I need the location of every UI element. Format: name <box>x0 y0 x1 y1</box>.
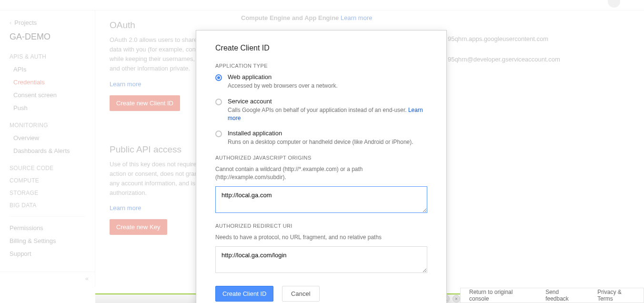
create-client-id-button[interactable]: Create new Client ID <box>110 95 180 111</box>
oauth-heading: OAuth <box>110 20 630 30</box>
section-big-data[interactable]: BIG DATA <box>0 199 95 212</box>
engine-learn-more-link[interactable]: Learn more <box>341 14 372 21</box>
footer: Return to original console Send feedback… <box>460 288 644 303</box>
radio-desc: Calls Google APIs on behalf of your appl… <box>228 106 427 122</box>
radio-icon[interactable] <box>215 131 222 137</box>
client-id-value: 95qhrn.apps.googleusercontent.com <box>448 35 548 42</box>
nav-apis[interactable]: APIs <box>0 63 95 76</box>
footer-privacy-link[interactable]: Privacy & Terms <box>589 289 644 302</box>
nav-consent-screen[interactable]: Consent screen <box>0 89 95 101</box>
avatar[interactable] <box>608 0 620 8</box>
sidebar-divider <box>10 216 85 217</box>
create-key-button[interactable]: Create new Key <box>110 219 167 235</box>
radio-service-account[interactable]: Service account Calls Google APIs on beh… <box>215 98 427 122</box>
sidebar: Projects GA-DEMO APIS & AUTH APIs Creden… <box>0 10 95 287</box>
section-storage[interactable]: STORAGE <box>0 187 95 199</box>
radio-title: Web application <box>228 73 338 81</box>
nav-overview[interactable]: Overview <box>0 131 95 144</box>
radio-desc: Runs on a desktop computer or handheld d… <box>228 138 413 146</box>
js-origins-helper: Cannot contain a wildcard (http://*.exam… <box>215 165 427 182</box>
radio-title: Service account <box>228 98 427 105</box>
radio-installed-application[interactable]: Installed application Runs on a desktop … <box>215 130 427 146</box>
cancel-button[interactable]: Cancel <box>282 286 319 302</box>
radio-desc: Accessed by web browsers over a network. <box>228 82 338 90</box>
radio-web-application[interactable]: Web application Accessed by web browsers… <box>215 73 427 90</box>
sidebar-collapse[interactable]: « <box>0 272 95 287</box>
create-client-id-submit-button[interactable]: Create Client ID <box>215 286 273 302</box>
create-client-id-modal: Create Client ID APPLICATION TYPE Web ap… <box>196 30 447 303</box>
js-origins-label: AUTHORIZED JAVASCRIPT ORIGINS <box>215 155 427 161</box>
section-apis-auth: APIS & AUTH <box>0 50 95 63</box>
nav-support[interactable]: Support <box>0 247 95 260</box>
section-source-code[interactable]: SOURCE CODE <box>0 162 95 174</box>
js-origins-input[interactable] <box>215 186 427 213</box>
nav-dashboards-alerts[interactable]: Dashboards & Alerts <box>0 144 95 157</box>
projects-back-link[interactable]: Projects <box>0 16 95 29</box>
radio-title: Installed application <box>228 130 413 137</box>
nav-billing-settings[interactable]: Billing & Settings <box>0 234 95 247</box>
service-account-email: 95qhrn@developer.gserviceaccount.com <box>448 56 560 63</box>
redirect-uri-input[interactable] <box>215 246 427 273</box>
oauth-learn-more-link[interactable]: Learn more <box>110 81 141 88</box>
project-name: GA-DEMO <box>0 29 95 50</box>
nav-credentials[interactable]: Credentials <box>0 76 95 89</box>
engine-prefix: Compute Engine and App Engine <box>241 14 339 21</box>
nav-push[interactable]: Push <box>0 101 95 114</box>
engine-row: Compute Engine and App Engine Learn more <box>241 14 372 21</box>
modal-title: Create Client ID <box>215 44 427 52</box>
section-compute[interactable]: COMPUTE <box>0 174 95 187</box>
redirect-uri-helper: Needs to have a protocol, no URL fragmen… <box>215 233 427 242</box>
nav-permissions[interactable]: Permissions <box>0 222 95 234</box>
footer-return-link[interactable]: Return to original console <box>461 289 537 302</box>
public-learn-more-link[interactable]: Learn more <box>110 204 141 212</box>
radio-icon[interactable] <box>215 99 222 105</box>
application-type-label: APPLICATION TYPE <box>215 63 427 69</box>
radio-icon[interactable] <box>215 74 222 81</box>
redirect-uri-label: AUTHORIZED REDIRECT URI <box>215 223 427 229</box>
close-icon[interactable]: × <box>453 295 460 303</box>
topbar <box>0 0 644 10</box>
footer-feedback-link[interactable]: Send feedback <box>537 289 589 302</box>
section-monitoring: MONITORING <box>0 119 95 131</box>
